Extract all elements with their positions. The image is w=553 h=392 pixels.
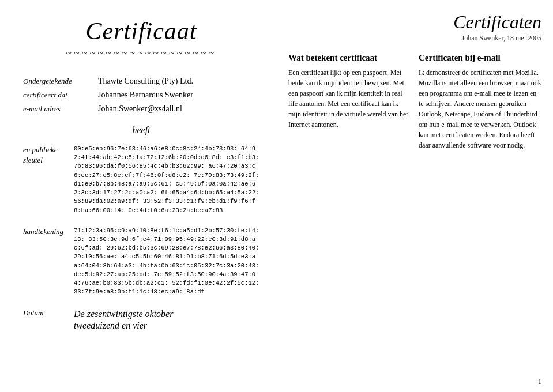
cert-datum-value: De zesentwintigste oktobertweeduizend en… <box>74 308 173 333</box>
cert-handtekening-section: handtekening 71:12:3a:96:c9:a9:10:8e:f6:… <box>23 227 259 297</box>
right-right-section: Certificaten bij e-mail Ik demonstreer d… <box>419 53 541 150</box>
right-sections: Wat betekent certificaat Een certificaat… <box>288 53 541 150</box>
right-header-title: Certificaten <box>288 12 541 33</box>
page-number: 1 <box>538 378 541 386</box>
left-column: Certificaat ~~~~~~~~~~~~~~~~~~~ Onderget… <box>0 0 277 349</box>
cert-key-label: en publiekesleutel <box>23 145 69 215</box>
section2-text: Ik demonstreer de certificaten met Mozil… <box>419 67 541 150</box>
right-left-section: Wat betekent certificaat Een certificaat… <box>288 53 409 150</box>
cert-heeft: heeft <box>23 125 259 135</box>
label-certificeert: certificeert dat <box>23 91 98 100</box>
right-header: Certificaten Johan Swenker, 18 mei 2005 <box>288 12 541 43</box>
cert-datum-section: Datum De zesentwintigste oktobertweeduiz… <box>23 308 259 333</box>
cert-fields: Ondergetekende Thawte Consulting (Pty) L… <box>23 77 259 114</box>
cert-tilde: ~~~~~~~~~~~~~~~~~~~ <box>23 47 259 59</box>
value-ondergetekende: Thawte Consulting (Pty) Ltd. <box>98 77 193 86</box>
cert-handtekening-value: 71:12:3a:96:c9:a9:10:8e:f6:1c:a5:d1:2b:5… <box>74 227 259 297</box>
label-ondergetekende: Ondergetekende <box>23 77 98 86</box>
cert-row-ondergetekende: Ondergetekende Thawte Consulting (Pty) L… <box>23 77 259 86</box>
cert-key-section: en publiekesleutel 00:e5:eb:96:7e:63:46:… <box>23 145 259 215</box>
value-email: Johan.Swenker@xs4all.nl <box>98 104 182 114</box>
cert-row-email: e-mail adres Johan.Swenker@xs4all.nl <box>23 104 259 114</box>
cert-title: Certificaat <box>23 17 259 45</box>
cert-handtekening-label: handtekening <box>23 227 69 297</box>
value-certificeert: Johannes Bernardus Swenker <box>98 91 193 100</box>
section1-text: Een certificaat lijkt op een paspoort. M… <box>288 67 409 130</box>
cert-row-certificeert: certificeert dat Johannes Bernardus Swen… <box>23 91 259 100</box>
label-email: e-mail adres <box>23 104 98 114</box>
cert-key-value: 00:e5:eb:96:7e:63:46:a6:e8:0c:8c:24:4b:7… <box>74 145 259 215</box>
right-header-sub: Johan Swenker, 18 mei 2005 <box>288 34 541 43</box>
section1-title: Wat betekent certificaat <box>288 53 409 63</box>
cert-datum-label: Datum <box>23 308 69 318</box>
section2-title: Certificaten bij e-mail <box>419 53 541 63</box>
right-column: Certificaten Johan Swenker, 18 mei 2005 … <box>277 0 553 162</box>
